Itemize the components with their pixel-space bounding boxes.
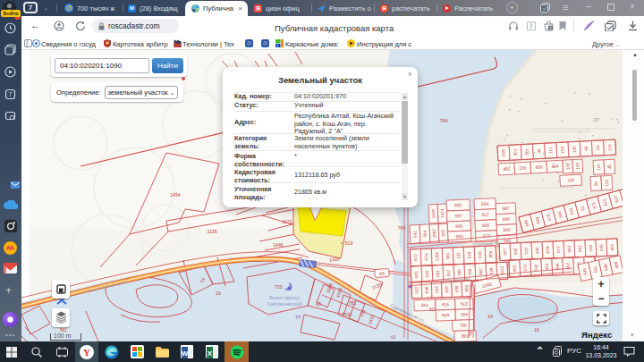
svg-text:698: 698	[454, 285, 459, 292]
svg-text:541: 541	[413, 231, 418, 238]
svg-text:601: 601	[610, 243, 614, 250]
svg-text:662: 662	[454, 203, 462, 207]
svg-text:681: 681	[436, 270, 440, 277]
svg-text:536: 536	[599, 244, 604, 251]
svg-text:674: 674	[424, 253, 428, 260]
svg-text:602: 602	[578, 245, 582, 252]
svg-text:679: 679	[546, 246, 550, 253]
svg-text:516: 516	[478, 251, 482, 258]
svg-text:603: 603	[513, 265, 517, 272]
svg-text:617: 617	[482, 213, 490, 217]
svg-text:131: 131	[456, 252, 461, 259]
svg-text:665: 665	[482, 223, 490, 228]
svg-text:133: 133	[575, 162, 580, 169]
svg-text:1082: 1082	[432, 229, 436, 239]
svg-text:1510: 1510	[342, 312, 352, 317]
svg-text:16: 16	[534, 327, 539, 333]
svg-text:561: 561	[421, 303, 429, 307]
svg-text:ул. Татарека: ул. Татарека	[445, 277, 470, 282]
svg-text:230: 230	[519, 166, 527, 171]
svg-text:677: 677	[556, 246, 561, 253]
svg-text:16: 16	[216, 290, 221, 296]
svg-text:663: 663	[456, 234, 464, 239]
svg-text:439: 439	[535, 165, 543, 170]
svg-text:55А: 55А	[481, 202, 490, 206]
svg-text:1: 1	[549, 26, 552, 31]
svg-text:101: 101	[525, 147, 530, 155]
svg-text:542: 542	[534, 264, 538, 271]
svg-text:130: 130	[572, 146, 577, 153]
svg-text:786: 786	[468, 268, 472, 275]
svg-text:▣: ▣	[408, 283, 412, 289]
svg-text:1072: 1072	[282, 219, 292, 224]
svg-text:764: 764	[440, 118, 448, 123]
svg-text:513: 513	[524, 247, 529, 254]
svg-text:90: 90	[316, 301, 321, 307]
svg-text:699: 699	[442, 313, 450, 317]
svg-text:1135: 1135	[207, 229, 216, 234]
svg-text:581: 581	[445, 252, 450, 259]
svg-text:W: W	[182, 349, 189, 358]
svg-text:1419: 1419	[431, 209, 436, 219]
svg-text:790: 790	[460, 324, 468, 328]
svg-text:151: 151	[607, 144, 612, 151]
svg-text:573: 573	[523, 264, 528, 271]
svg-text:62: 62	[429, 307, 435, 312]
svg-text:605: 605	[414, 271, 419, 278]
svg-text:960: 960	[455, 224, 463, 229]
svg-text:559: 559	[461, 313, 469, 317]
svg-text:683: 683	[567, 245, 572, 252]
svg-text:155: 155	[597, 164, 601, 171]
svg-text:ТП: ТП	[295, 315, 301, 320]
svg-text:@: @	[263, 41, 267, 46]
svg-text:781: 781	[349, 300, 357, 306]
svg-text:1446: 1446	[273, 242, 284, 248]
svg-text:597: 597	[455, 214, 463, 218]
svg-text:764: 764	[398, 225, 406, 231]
svg-text:48: 48	[537, 148, 541, 154]
svg-text:@: @	[247, 41, 251, 46]
svg-text:446: 446	[535, 247, 539, 254]
svg-text:512: 512	[461, 302, 469, 307]
svg-text:46: 46	[379, 271, 386, 276]
svg-text:1426: 1426	[329, 256, 340, 262]
svg-text:563: 563	[503, 228, 511, 232]
svg-text:7: 7	[9, 91, 13, 97]
svg-text:795: 795	[457, 269, 462, 276]
svg-text:301: 301	[513, 148, 518, 156]
svg-text:48: 48	[584, 146, 589, 151]
svg-text:609: 609	[464, 284, 469, 291]
svg-text:606: 606	[488, 250, 493, 257]
svg-text:14: 14	[487, 314, 493, 319]
svg-text:Сайлюгемский: Сайлюгемский	[267, 301, 302, 307]
svg-text:735: 735	[275, 284, 283, 290]
svg-text:615: 615	[442, 302, 450, 307]
svg-text:X: X	[208, 349, 213, 358]
svg-text:625: 625	[441, 229, 445, 236]
svg-text:566: 566	[425, 270, 429, 277]
svg-text:666: 666	[503, 217, 511, 222]
svg-text:584: 584	[422, 230, 427, 237]
svg-text:672: 672	[413, 254, 418, 261]
svg-text:518: 518	[467, 251, 471, 258]
svg-text:696: 696	[425, 286, 429, 293]
svg-text:560: 560	[513, 248, 518, 255]
svg-text:111: 111	[548, 147, 553, 154]
svg-text:95: 95	[594, 181, 598, 186]
svg-text:413: 413	[545, 263, 549, 270]
svg-text:645: 645	[589, 244, 593, 251]
svg-text:1454: 1454	[170, 192, 181, 198]
svg-text:609: 609	[501, 149, 505, 156]
svg-text:587: 587	[502, 206, 510, 211]
svg-text:522: 522	[414, 286, 419, 293]
svg-text:54: 54	[596, 145, 600, 150]
svg-text:557: 557	[503, 248, 507, 255]
svg-text:1208: 1208	[435, 251, 439, 261]
svg-text:15: 15	[593, 117, 598, 122]
svg-text:553: 553	[435, 286, 439, 293]
svg-text:539: 539	[489, 267, 494, 274]
svg-text:962: 962	[479, 268, 483, 275]
svg-text:162: 162	[605, 179, 609, 186]
svg-text:484: 484	[551, 164, 559, 169]
svg-text:152: 152	[567, 178, 575, 182]
